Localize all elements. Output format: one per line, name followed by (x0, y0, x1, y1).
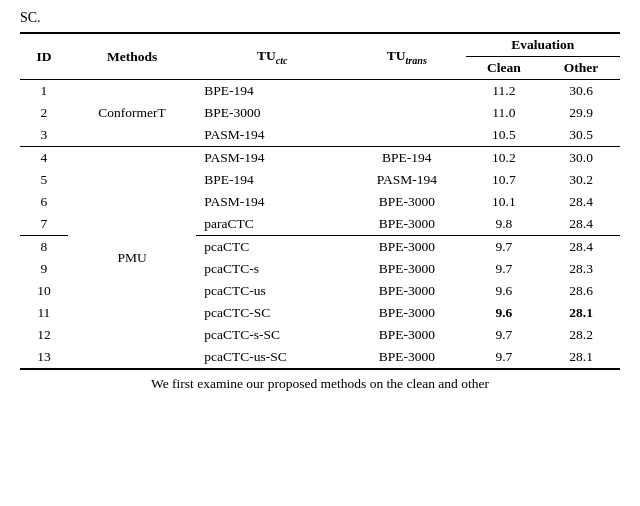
cell-id: 9 (20, 258, 68, 280)
cell-other: 30.5 (542, 124, 620, 147)
cell-other: 28.1 (542, 302, 620, 324)
cell-tu-trans (348, 80, 465, 103)
cell-clean: 10.1 (466, 191, 543, 213)
col-header-tu-trans: TUtrans (348, 33, 465, 80)
col-header-evaluation: Evaluation (466, 33, 620, 57)
cell-other: 28.6 (542, 280, 620, 302)
cell-other: 28.4 (542, 236, 620, 259)
cell-id: 6 (20, 191, 68, 213)
cell-clean: 11.0 (466, 102, 543, 124)
cell-id: 13 (20, 346, 68, 369)
cell-tu-ctc: pcaCTC-SC (196, 302, 348, 324)
col-header-methods: Methods (68, 33, 197, 80)
cell-other: 30.2 (542, 169, 620, 191)
cell-clean: 9.7 (466, 258, 543, 280)
cell-methods: ConformerT (68, 80, 197, 147)
top-text: SC. (20, 10, 620, 26)
cell-other: 30.6 (542, 80, 620, 103)
cell-tu-trans: BPE-3000 (348, 258, 465, 280)
cell-tu-ctc: BPE-194 (196, 80, 348, 103)
cell-clean: 9.6 (466, 302, 543, 324)
cell-tu-ctc: PASM-194 (196, 124, 348, 147)
cell-tu-ctc: paraCTC (196, 213, 348, 236)
cell-clean: 9.7 (466, 324, 543, 346)
cell-other: 29.9 (542, 102, 620, 124)
cell-id: 12 (20, 324, 68, 346)
cell-clean: 10.7 (466, 169, 543, 191)
cell-clean: 9.8 (466, 213, 543, 236)
cell-tu-trans: PASM-194 (348, 169, 465, 191)
cell-other: 28.4 (542, 191, 620, 213)
tu-ctc-subscript: ctc (276, 54, 288, 65)
cell-tu-ctc: BPE-3000 (196, 102, 348, 124)
cell-tu-trans: BPE-3000 (348, 346, 465, 369)
col-header-tu-ctc: TUctc (196, 33, 348, 80)
main-table: ID Methods TUctc TUtrans Evaluation Clea… (20, 32, 620, 370)
cell-tu-ctc: pcaCTC-s-SC (196, 324, 348, 346)
cell-other: 28.3 (542, 258, 620, 280)
cell-clean: 9.7 (466, 346, 543, 369)
cell-methods: PMU (68, 147, 197, 370)
table-row: 4PMUPASM-194BPE-19410.230.0 (20, 147, 620, 170)
cell-id: 8 (20, 236, 68, 259)
cell-tu-ctc: pcaCTC-us-SC (196, 346, 348, 369)
cell-id: 5 (20, 169, 68, 191)
cell-tu-ctc: pcaCTC-s (196, 258, 348, 280)
cell-tu-trans: BPE-3000 (348, 324, 465, 346)
tu-trans-subscript: trans (406, 54, 427, 65)
cell-tu-ctc: PASM-194 (196, 147, 348, 170)
cell-id: 3 (20, 124, 68, 147)
cell-other: 28.4 (542, 213, 620, 236)
cell-id: 11 (20, 302, 68, 324)
cell-other: 28.2 (542, 324, 620, 346)
cell-clean: 9.6 (466, 280, 543, 302)
cell-tu-ctc: PASM-194 (196, 191, 348, 213)
cell-id: 7 (20, 213, 68, 236)
cell-clean: 9.7 (466, 236, 543, 259)
cell-clean: 11.2 (466, 80, 543, 103)
cell-clean: 10.5 (466, 124, 543, 147)
cell-tu-trans: BPE-194 (348, 147, 465, 170)
cell-tu-trans: BPE-3000 (348, 213, 465, 236)
cell-id: 4 (20, 147, 68, 170)
col-header-clean: Clean (466, 57, 543, 80)
cell-tu-trans: BPE-3000 (348, 302, 465, 324)
cell-other: 28.1 (542, 346, 620, 369)
cell-id: 10 (20, 280, 68, 302)
cell-tu-ctc: BPE-194 (196, 169, 348, 191)
cell-other: 30.0 (542, 147, 620, 170)
cell-tu-ctc: pcaCTC-us (196, 280, 348, 302)
col-header-id: ID (20, 33, 68, 80)
table-row: 1ConformerTBPE-19411.230.6 (20, 80, 620, 103)
cell-tu-ctc: pcaCTC (196, 236, 348, 259)
col-header-other: Other (542, 57, 620, 80)
cell-clean: 10.2 (466, 147, 543, 170)
cell-id: 2 (20, 102, 68, 124)
cell-tu-trans: BPE-3000 (348, 191, 465, 213)
bottom-text: We first examine our proposed methods on… (20, 376, 620, 392)
cell-tu-trans: BPE-3000 (348, 236, 465, 259)
cell-tu-trans: BPE-3000 (348, 280, 465, 302)
cell-tu-trans (348, 102, 465, 124)
cell-tu-trans (348, 124, 465, 147)
cell-id: 1 (20, 80, 68, 103)
